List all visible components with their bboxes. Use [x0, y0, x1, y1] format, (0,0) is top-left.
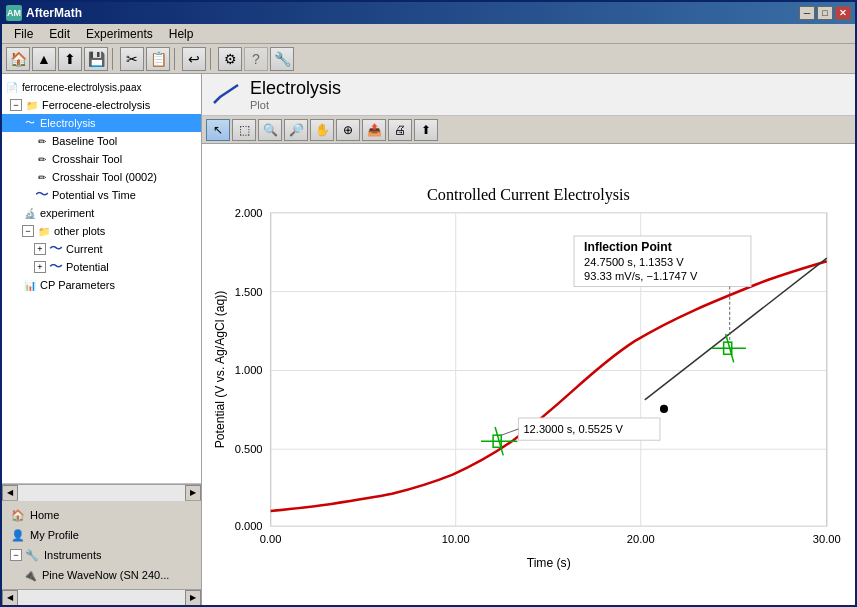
tree-item-potential[interactable]: + 〜 Potential	[2, 258, 201, 276]
y-label: 0.000	[235, 520, 263, 532]
tree-item-other-plots[interactable]: − 📁 other plots	[2, 222, 201, 240]
device-icon: 🔌	[22, 567, 38, 583]
toolbar-settings[interactable]: ⚙	[218, 47, 242, 71]
tree-item-potential-time[interactable]: 〜 Potential vs Time	[2, 186, 201, 204]
annotation-title-1: Inflection Point	[584, 240, 672, 254]
toolbar-undo[interactable]: ↩	[182, 47, 206, 71]
scroll-track[interactable]	[18, 485, 185, 501]
expand-ferrocene[interactable]: −	[10, 99, 22, 111]
x-label: 20.00	[627, 533, 655, 545]
close-button[interactable]: ✕	[835, 6, 851, 20]
file-tree: 📄 ferrocene-electrolysis.paax − 📁 Ferroc…	[2, 74, 201, 484]
pt-zoom-out[interactable]: 🔎	[284, 119, 308, 141]
pt-crosshair[interactable]: ⊕	[336, 119, 360, 141]
sidebar-bottom-scroll: ◀ ▶	[2, 589, 201, 605]
tool-icon-baseline: ✏	[34, 133, 50, 149]
menu-help[interactable]: Help	[161, 25, 202, 43]
toolbar-cut[interactable]: ✂	[120, 47, 144, 71]
expand-current[interactable]: +	[34, 243, 46, 255]
expand-instruments[interactable]: −	[10, 549, 22, 561]
wave-icon-potential: 〜	[48, 259, 64, 275]
experiment-icon: 🔬	[22, 205, 38, 221]
x-axis-label: Time (s)	[527, 556, 571, 570]
toolbar-up2[interactable]: ⬆	[58, 47, 82, 71]
tree-item-experiment[interactable]: 🔬 experiment	[2, 204, 201, 222]
pt-print[interactable]: 🖨	[388, 119, 412, 141]
chart-title: Controlled Current Electrolysis	[427, 186, 630, 204]
scroll-bottom-right[interactable]: ▶	[185, 590, 201, 606]
annotation-text-2: 12.3000 s, 0.5525 V	[523, 423, 623, 435]
tree-label-file: ferrocene-electrolysis.paax	[22, 82, 142, 93]
maximize-button[interactable]: □	[817, 6, 833, 20]
tree-item-ferrocene[interactable]: − 📁 Ferrocene-electrolysis	[2, 96, 201, 114]
wave-icon-current: 〜	[48, 241, 64, 257]
menu-edit[interactable]: Edit	[41, 25, 78, 43]
nav-home[interactable]: 🏠 Home	[2, 505, 201, 525]
tree-item-cp-params[interactable]: 📊 CP Parameters	[2, 276, 201, 294]
title-bar: AM AfterMath ─ □ ✕	[2, 2, 855, 24]
pt-pan[interactable]: ✋	[310, 119, 334, 141]
tree-item-current[interactable]: + 〜 Current	[2, 240, 201, 258]
svg-rect-0	[210, 79, 242, 111]
pt-export[interactable]: 📤	[362, 119, 386, 141]
tree-item-file[interactable]: 📄 ferrocene-electrolysis.paax	[2, 78, 201, 96]
app-icon: AM	[6, 5, 22, 21]
title-buttons: ─ □ ✕	[799, 6, 851, 20]
nav-profile[interactable]: 👤 My Profile	[2, 525, 201, 545]
sidebar-h-scroll: ◀ ▶	[2, 484, 201, 500]
toolbar-paste[interactable]: 📋	[146, 47, 170, 71]
toolbar-save[interactable]: 💾	[84, 47, 108, 71]
toolbar-home[interactable]: 🏠	[6, 47, 30, 71]
main-toolbar: 🏠 ▲ ⬆ 💾 ✂ 📋 ↩ ⚙ ? 🔧	[2, 44, 855, 74]
plot-header: Electrolysis Plot	[202, 74, 855, 116]
menu-bar: File Edit Experiments Help	[2, 24, 855, 44]
tree-label-current: Current	[66, 243, 103, 255]
pt-arrow[interactable]: ↖	[206, 119, 230, 141]
toolbar-extra[interactable]: 🔧	[270, 47, 294, 71]
tree-item-electrolysis[interactable]: 〜 Electrolysis	[2, 114, 201, 132]
scroll-right-btn[interactable]: ▶	[185, 485, 201, 501]
tree-item-crosshair[interactable]: ✏ Crosshair Tool	[2, 150, 201, 168]
file-icon: 📄	[4, 79, 20, 95]
folder-icon: 📁	[24, 97, 40, 113]
nav-home-label: Home	[30, 509, 59, 521]
tool-icon-crosshair: ✏	[34, 151, 50, 167]
menu-file[interactable]: File	[6, 25, 41, 43]
scroll-left-btn[interactable]: ◀	[2, 485, 18, 501]
tree-label-crosshair: Crosshair Tool	[52, 153, 122, 165]
wave-icon-potential-time: 〜	[34, 187, 50, 203]
expand-potential[interactable]: +	[34, 261, 46, 273]
y-label: 0.500	[235, 443, 263, 455]
annotation-line1-1: 24.7500 s, 1.1353 V	[584, 256, 684, 268]
profile-icon: 👤	[10, 527, 26, 543]
nav-instruments-label: Instruments	[44, 549, 101, 561]
minimize-button[interactable]: ─	[799, 6, 815, 20]
plot-subtitle: Plot	[250, 99, 341, 111]
plot-toolbar: ↖ ⬚ 🔍 🔎 ✋ ⊕ 📤 🖨 ⬆	[202, 116, 855, 144]
tree-label-cp-params: CP Parameters	[40, 279, 115, 291]
toolbar-sep3	[210, 48, 214, 70]
tree-label-electrolysis: Electrolysis	[40, 117, 96, 129]
nav-instrument-device[interactable]: 🔌 Pine WaveNow (SN 240...	[2, 565, 201, 585]
scroll-bottom-left[interactable]: ◀	[2, 590, 18, 606]
nav-device-label: Pine WaveNow (SN 240...	[42, 569, 169, 581]
plot-title: Electrolysis	[250, 78, 341, 99]
tree-item-baseline[interactable]: ✏ Baseline Tool	[2, 132, 201, 150]
tree-item-crosshair2[interactable]: ✏ Crosshair Tool (0002)	[2, 168, 201, 186]
nav-instruments[interactable]: − 🔧 Instruments	[2, 545, 201, 565]
toolbar-help[interactable]: ?	[244, 47, 268, 71]
home-icon: 🏠	[10, 507, 26, 523]
chart-area: Controlled Current Electrolysis	[202, 144, 855, 605]
instruments-icon: 🔧	[24, 547, 40, 563]
wave-icon-electrolysis: 〜	[22, 115, 38, 131]
tree-label-ferrocene: Ferrocene-electrolysis	[42, 99, 150, 111]
pt-zoom-in[interactable]: 🔍	[258, 119, 282, 141]
pt-up[interactable]: ⬆	[414, 119, 438, 141]
expand-other-plots[interactable]: −	[22, 225, 34, 237]
toolbar-up1[interactable]: ▲	[32, 47, 56, 71]
menu-experiments[interactable]: Experiments	[78, 25, 161, 43]
title-bar-left: AM AfterMath	[6, 5, 82, 21]
sidebar: 📄 ferrocene-electrolysis.paax − 📁 Ferroc…	[2, 74, 202, 605]
scroll-bottom-track[interactable]	[18, 590, 185, 606]
pt-select[interactable]: ⬚	[232, 119, 256, 141]
